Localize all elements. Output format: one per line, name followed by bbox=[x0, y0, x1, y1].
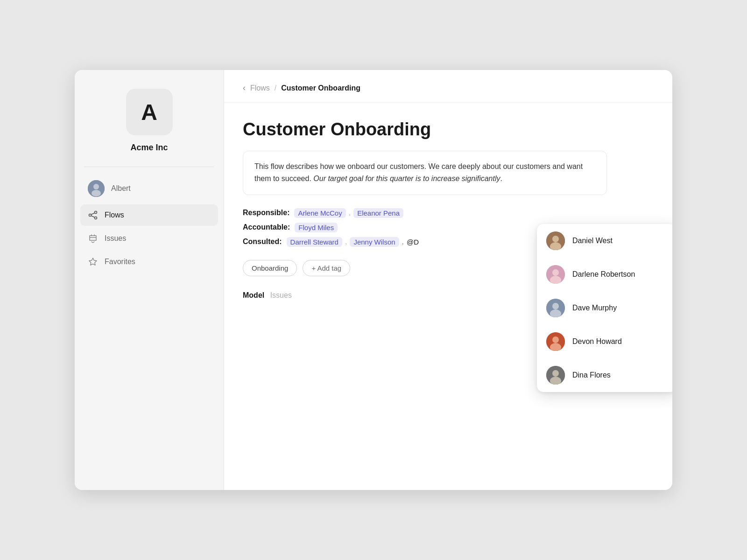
darlene-robertson-avatar bbox=[546, 265, 565, 284]
daniel-west-avatar bbox=[546, 231, 565, 250]
accountable-person-1[interactable]: Floyd Miles bbox=[295, 223, 338, 232]
breadcrumb-bar: ‹ Flows / Customer Onboarding bbox=[224, 70, 672, 103]
tag-onboarding[interactable]: Onboarding bbox=[243, 260, 297, 276]
svg-point-3 bbox=[95, 211, 97, 214]
accountable-label: Accountable: bbox=[243, 223, 290, 231]
svg-point-2 bbox=[92, 190, 101, 196]
responsible-person-2[interactable]: Eleanor Pena bbox=[353, 208, 403, 218]
description-text-italic: Our target goal for this quarter is to i… bbox=[313, 175, 500, 182]
model-label: Model bbox=[243, 291, 264, 299]
responsible-person-1[interactable]: Arlene McCoy bbox=[294, 208, 345, 218]
consulted-person-2[interactable]: Jenny Wilson bbox=[350, 237, 399, 247]
add-tag-button[interactable]: + Add tag bbox=[303, 260, 350, 276]
dropdown-item-darlene[interactable]: Darlene Robertson bbox=[537, 258, 672, 291]
svg-line-7 bbox=[91, 216, 95, 217]
dina-face-icon bbox=[546, 366, 565, 385]
breadcrumb-flows[interactable]: Flows bbox=[250, 84, 270, 92]
sidebar-item-flows[interactable]: Flows bbox=[80, 204, 218, 226]
bottom-model: Model Issues bbox=[243, 291, 292, 300]
dropdown-item-dave[interactable]: Dave Murphy bbox=[537, 291, 672, 325]
albert-face-icon bbox=[88, 180, 105, 197]
dina-flores-name: Dina Flores bbox=[572, 371, 611, 379]
dave-face-icon bbox=[546, 299, 565, 317]
svg-point-9 bbox=[552, 236, 559, 242]
devon-howard-name: Devon Howard bbox=[572, 337, 622, 346]
favorites-icon bbox=[88, 257, 98, 267]
devon-howard-avatar bbox=[546, 332, 565, 351]
sidebar-item-albert[interactable]: Albert bbox=[80, 175, 218, 203]
sidebar-item-issues[interactable]: Issues bbox=[80, 228, 218, 249]
albert-avatar-inner bbox=[88, 180, 105, 197]
darlene-robertson-name: Darlene Robertson bbox=[572, 270, 635, 279]
breadcrumb-current: Customer Onboarding bbox=[281, 84, 360, 92]
company-logo-icon: A bbox=[126, 89, 173, 135]
svg-point-4 bbox=[89, 214, 92, 217]
mention-dropdown: Daniel West Darlene Robertson bbox=[537, 224, 672, 392]
company-name: Acme Inc bbox=[130, 143, 168, 153]
daniel-west-name: Daniel West bbox=[572, 237, 613, 245]
page-title: Customer Onboarding bbox=[243, 119, 654, 140]
flows-icon bbox=[88, 210, 98, 220]
consulted-input[interactable] bbox=[407, 238, 425, 246]
sidebar-albert-label: Albert bbox=[111, 184, 131, 193]
svg-line-6 bbox=[91, 213, 95, 215]
sidebar-logo-area: A Acme Inc bbox=[75, 70, 224, 167]
issues-value: Issues bbox=[270, 291, 292, 299]
dropdown-item-daniel[interactable]: Daniel West bbox=[537, 224, 672, 258]
responsible-label: Responsible: bbox=[243, 209, 289, 217]
content-area: Customer Onboarding This flow describes … bbox=[224, 103, 672, 490]
svg-point-18 bbox=[552, 336, 559, 343]
albert-avatar bbox=[88, 180, 105, 197]
dropdown-item-devon[interactable]: Devon Howard bbox=[537, 325, 672, 358]
svg-point-1 bbox=[93, 184, 99, 189]
svg-point-15 bbox=[552, 303, 559, 309]
breadcrumb-separator: / bbox=[275, 84, 276, 92]
svg-point-5 bbox=[95, 217, 97, 219]
sidebar-favorites-label: Favorites bbox=[105, 258, 135, 266]
devon-face-icon bbox=[546, 332, 565, 351]
main-content: ‹ Flows / Customer Onboarding Customer O… bbox=[224, 70, 672, 490]
raci-responsible-row: Responsible: Arlene McCoy , Eleanor Pena bbox=[243, 208, 654, 218]
darlene-face-icon bbox=[546, 265, 565, 284]
sidebar: A Acme Inc Albert bbox=[75, 70, 224, 490]
dave-murphy-avatar bbox=[546, 299, 565, 317]
svg-point-21 bbox=[552, 370, 559, 377]
add-tag-label: + Add tag bbox=[311, 264, 341, 272]
description-block: This flow describes how we onboard our c… bbox=[243, 151, 607, 195]
sidebar-item-favorites[interactable]: Favorites bbox=[80, 251, 218, 273]
app-window: A Acme Inc Albert bbox=[75, 70, 672, 490]
dina-flores-avatar bbox=[546, 366, 565, 385]
consulted-person-1[interactable]: Darrell Steward bbox=[287, 237, 342, 247]
dropdown-item-dina[interactable]: Dina Flores bbox=[537, 358, 672, 392]
dave-murphy-name: Dave Murphy bbox=[572, 304, 617, 312]
sidebar-flows-label: Flows bbox=[105, 211, 124, 219]
breadcrumb-back-button[interactable]: ‹ bbox=[243, 83, 246, 93]
sidebar-issues-label: Issues bbox=[105, 234, 126, 243]
daniel-face-icon bbox=[546, 231, 565, 250]
description-text-end: . bbox=[500, 175, 502, 182]
sidebar-nav: Albert Flows bbox=[75, 167, 224, 280]
svg-point-12 bbox=[552, 269, 559, 276]
consulted-label: Consulted: bbox=[243, 238, 282, 246]
issues-icon bbox=[88, 233, 98, 244]
